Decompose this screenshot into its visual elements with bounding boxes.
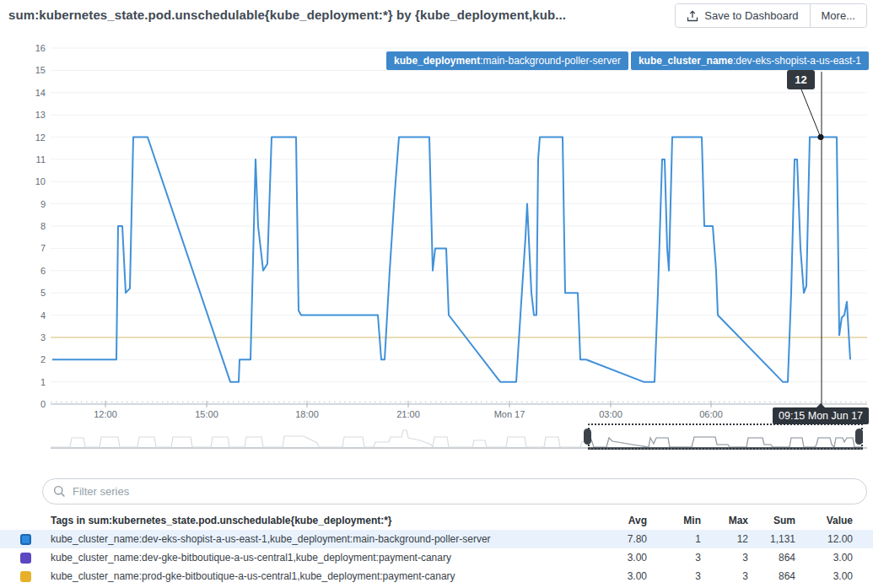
timeseries-chart[interactable]: 01234567891011121314151612:0015:0018:002… (0, 0, 873, 472)
series-min: 1 (647, 533, 701, 545)
y-axis-tick-label: 9 (40, 199, 46, 209)
tooltip-tag-value: :main-background-poller-server (480, 55, 621, 67)
x-axis-tick-label: 03:00 (599, 409, 622, 419)
y-axis-tick-label: 16 (35, 43, 46, 53)
hover-time-badge: 09:15 Mon Jun 17 (773, 407, 869, 424)
brush-handle-left[interactable] (584, 429, 591, 445)
y-axis-tick-label: 6 (40, 266, 46, 276)
series-min: 3 (647, 552, 701, 564)
x-axis-tick-label: 06:00 (699, 409, 723, 419)
filter-series-input[interactable] (73, 485, 856, 498)
tooltip-tag-deployment: kube_deployment:main-background-poller-s… (386, 51, 628, 70)
y-axis-tick-label: 10 (35, 176, 46, 186)
y-axis-tick-label: 4 (40, 310, 46, 321)
series-color-swatch[interactable] (20, 534, 31, 545)
series-min: 3 (647, 570, 701, 582)
tags-column-header: Tags in sum:kubernetes_state.pod.unsched… (51, 515, 593, 526)
x-axis-tick-label: Mon 17 (494, 409, 525, 419)
x-axis-tick-label: 12:00 (94, 409, 117, 419)
series-sum: 864 (748, 570, 795, 582)
cursor-connector-line (801, 89, 820, 136)
search-icon (53, 485, 66, 498)
series-row[interactable]: kube_cluster_name:dev-gke-bitboutique-a-… (0, 548, 873, 567)
series-color-swatch[interactable] (20, 553, 31, 564)
series-table: Tags in sum:kubernetes_state.pod.unsched… (0, 511, 873, 585)
series-row[interactable]: kube_cluster_name:dev-eks-shopist-a-us-e… (0, 530, 873, 548)
series-row[interactable]: kube_cluster_name:prod-gke-bitboutique-a… (0, 567, 873, 585)
x-axis-tick-label: 18:00 (295, 409, 319, 419)
y-axis-tick-label: 8 (40, 221, 46, 231)
series-value: 3.00 (795, 570, 853, 582)
y-axis-tick-label: 3 (40, 332, 46, 343)
tooltip-tag-value: :dev-eks-shopist-a-us-east-1 (733, 55, 861, 67)
max-column-header[interactable]: Max (701, 515, 748, 526)
y-axis-tick-label: 1 (40, 377, 46, 387)
y-axis-tick-label: 2 (40, 354, 46, 364)
x-axis-tick-label: 21:00 (396, 409, 420, 419)
y-axis-tick-label: 12 (35, 132, 46, 143)
y-axis-tick-label: 0 (40, 399, 46, 409)
tooltip-tag-key: kube_cluster_name (639, 55, 733, 67)
y-axis-tick-label: 11 (36, 154, 46, 165)
series-sum: 864 (748, 552, 795, 564)
time-badge-label: 09:15 Mon Jun 17 (779, 410, 863, 422)
series-max: 3 (701, 570, 748, 582)
tooltip-tag-cluster: kube_cluster_name:dev-eks-shopist-a-us-e… (631, 51, 869, 70)
series-line-main (52, 138, 850, 382)
y-axis-tick-label: 13 (35, 110, 46, 120)
metric-explorer: sum:kubernetes_state.pod.unschedulable{k… (0, 0, 873, 588)
min-column-header[interactable]: Min (647, 515, 701, 526)
timerange-brush[interactable] (588, 423, 863, 450)
y-axis-tick-label: 5 (40, 288, 46, 298)
series-avg: 7.80 (593, 533, 647, 545)
x-axis-tick-label: 15:00 (195, 409, 218, 419)
series-tag: kube_cluster_name:prod-gke-bitboutique-a… (51, 570, 593, 582)
cursor-data-point (818, 134, 824, 140)
swatch-cell (0, 571, 51, 582)
series-value: 3.00 (795, 552, 853, 564)
series-color-swatch[interactable] (20, 571, 31, 582)
swatch-cell (0, 534, 51, 545)
y-axis-tick-label: 7 (40, 243, 46, 253)
series-table-header: Tags in sum:kubernetes_state.pod.unsched… (0, 511, 873, 530)
filter-series-box (42, 478, 867, 504)
y-axis-tick-label: 14 (35, 88, 46, 98)
series-avg: 3.00 (593, 570, 647, 582)
avg-column-header[interactable]: Avg (593, 515, 647, 526)
time-badge-caret (816, 403, 825, 407)
series-max: 12 (701, 533, 748, 545)
series-rows: kube_cluster_name:dev-eks-shopist-a-us-e… (0, 530, 873, 585)
y-axis-tick-label: 15 (35, 65, 46, 75)
series-sum: 1,131 (748, 533, 795, 545)
brush-handle-right[interactable] (855, 429, 863, 445)
value-column-header[interactable]: Value (795, 515, 853, 526)
series-value: 12.00 (795, 533, 853, 545)
hover-tooltip: kube_deployment:main-background-poller-s… (386, 51, 869, 70)
tooltip-tag-key: kube_deployment (394, 55, 480, 67)
series-tag: kube_cluster_name:dev-eks-shopist-a-us-e… (51, 533, 593, 545)
swatch-cell (0, 553, 51, 564)
series-tag: kube_cluster_name:dev-gke-bitboutique-a-… (51, 552, 593, 564)
series-max: 3 (701, 552, 748, 564)
series-avg: 3.00 (593, 552, 647, 564)
hover-value-badge: 12 (787, 70, 815, 89)
sum-column-header[interactable]: Sum (748, 515, 795, 526)
